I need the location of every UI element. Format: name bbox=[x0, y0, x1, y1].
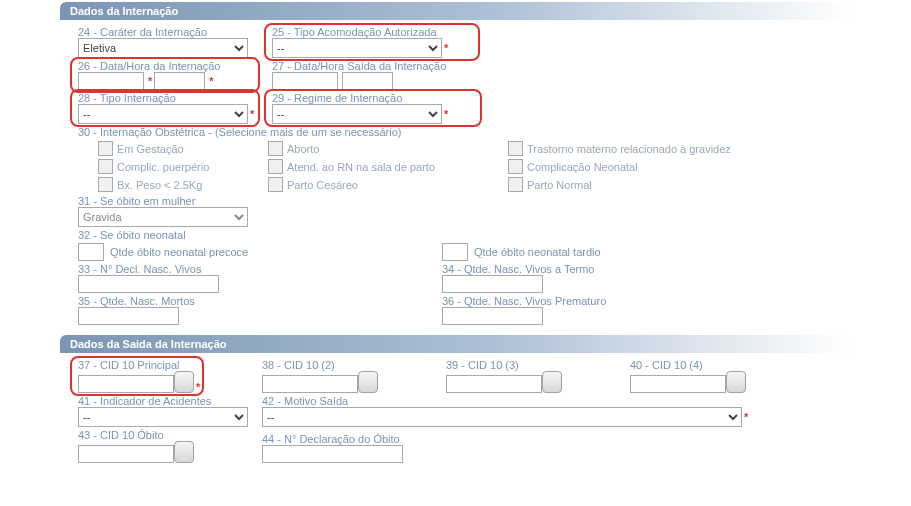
section-title: Dados da Internação bbox=[70, 5, 178, 17]
checkbox-atend-rn[interactable] bbox=[268, 159, 283, 174]
required-marker: * bbox=[194, 381, 200, 393]
checkbox-aborto[interactable] bbox=[268, 141, 283, 156]
label-internacao-obstetrica: 30 - Internação Obstétrica - (Selecione … bbox=[78, 126, 401, 138]
label-regime-internacao: 29 - Regime de Internação bbox=[272, 92, 462, 104]
input-cid-2[interactable] bbox=[262, 375, 358, 393]
button-cid-2[interactable] bbox=[358, 371, 378, 393]
input-cid-3[interactable] bbox=[446, 375, 542, 393]
label-tipo-acomodacao: 25 - Tipo Acomodação Autorizada bbox=[272, 26, 472, 38]
dados-saida-body: 37 - CID 10 Principal * 38 - CID 10 (2) … bbox=[60, 355, 851, 469]
checkbox-trastorno-materno[interactable] bbox=[508, 141, 523, 156]
label-indicador-acidentes: 41 - Indicador de Acidentes bbox=[78, 395, 248, 407]
input-cid-4[interactable] bbox=[630, 375, 726, 393]
select-indicador-acidentes[interactable]: -- bbox=[78, 407, 248, 427]
label-obito-neonatal: 32 - Se óbito neonatal bbox=[78, 229, 186, 241]
label-carater: 24 - Caráter da Internação bbox=[78, 26, 258, 38]
required-marker: * bbox=[248, 108, 254, 120]
input-obito-neonatal-precoce[interactable] bbox=[78, 243, 104, 261]
checkbox-complicacao-neonatal[interactable] bbox=[508, 159, 523, 174]
label-obito-precoce: Qtde óbito neonatal precoce bbox=[110, 246, 248, 258]
section-title: Dados da Saida da Internação bbox=[70, 338, 227, 350]
label-nasc-vivos-termo: 34 - Qtde. Nasc. Vivos a Termo bbox=[442, 263, 594, 275]
select-motivo-saida[interactable]: -- bbox=[262, 407, 742, 427]
label-cid-4: 40 - CID 10 (4) bbox=[630, 359, 800, 371]
label-cid-2: 38 - CID 10 (2) bbox=[262, 359, 432, 371]
label-obito-tardio: Qtde óbito neonatal tardio bbox=[474, 246, 601, 258]
input-cid-obito[interactable] bbox=[78, 445, 174, 463]
label-nasc-prematuro: 36 - Qtde. Nasc. Vivos Prematuro bbox=[442, 295, 606, 307]
label-motivo-saida: 42 - Motivo Saída bbox=[262, 395, 752, 407]
cbx-label: Parto Normal bbox=[527, 179, 592, 191]
input-nasc-prematuro[interactable] bbox=[442, 307, 543, 325]
checkbox-bx-peso[interactable] bbox=[98, 177, 113, 192]
cbx-label: Complicação Neonatal bbox=[527, 161, 638, 173]
input-data-saida-time[interactable] bbox=[342, 72, 393, 90]
label-data-internacao: 26 - Data/Hora da Internação bbox=[78, 60, 258, 72]
input-obito-neonatal-tardio[interactable] bbox=[442, 243, 468, 261]
cbx-label: Trastorno materno relacionado à gravidez bbox=[527, 143, 731, 155]
checkbox-complic-puerperio[interactable] bbox=[98, 159, 113, 174]
label-data-saida: 27 - Data/Hora Saída da Internação bbox=[272, 60, 492, 72]
required-marker: * bbox=[442, 108, 448, 120]
input-data-internacao-time[interactable] bbox=[154, 72, 205, 90]
label-cid-3: 39 - CID 10 (3) bbox=[446, 359, 616, 371]
checkbox-parto-cesareo[interactable] bbox=[268, 177, 283, 192]
select-obito-mulher[interactable]: Gravida bbox=[78, 207, 248, 227]
button-cid-obito[interactable] bbox=[174, 441, 194, 463]
cbx-label: Atend. ao RN na sala de parto bbox=[287, 161, 435, 173]
select-carater-internacao[interactable]: Eletiva bbox=[78, 38, 248, 58]
checkbox-parto-normal[interactable] bbox=[508, 177, 523, 192]
label-decl-nasc-vivos: 33 - N° Decl. Nasc. Vivos bbox=[78, 263, 428, 275]
label-obito-mulher: 31 - Se óbito em mulher bbox=[78, 195, 248, 207]
input-cid-principal[interactable] bbox=[78, 375, 174, 393]
select-tipo-acomodacao[interactable]: -- bbox=[272, 38, 442, 58]
cbx-label: Parto Cesáreo bbox=[287, 179, 358, 191]
button-cid-principal[interactable] bbox=[174, 371, 194, 393]
required-marker: * bbox=[207, 75, 213, 87]
button-cid-4[interactable] bbox=[726, 371, 746, 393]
input-data-internacao-date[interactable] bbox=[78, 72, 144, 90]
cbx-label: Aborto bbox=[287, 143, 319, 155]
cbx-label: Bx. Peso < 2.5Kg bbox=[117, 179, 202, 191]
section-header-internacao: Dados da Internação bbox=[60, 2, 851, 20]
required-marker: * bbox=[442, 42, 448, 54]
cbx-label: Complic. puerpério bbox=[117, 161, 209, 173]
required-marker: * bbox=[742, 411, 748, 423]
checkbox-em-gestacao[interactable] bbox=[98, 141, 113, 156]
required-marker: * bbox=[146, 75, 152, 87]
cbx-label: Em Gestação bbox=[117, 143, 184, 155]
input-data-saida-date[interactable] bbox=[272, 72, 338, 90]
label-cid-principal: 37 - CID 10 Principal bbox=[78, 359, 248, 371]
button-cid-3[interactable] bbox=[542, 371, 562, 393]
select-tipo-internacao[interactable]: -- bbox=[78, 104, 248, 124]
input-nasc-mortos[interactable] bbox=[78, 307, 179, 325]
input-nasc-vivos-termo[interactable] bbox=[442, 275, 543, 293]
label-nasc-mortos: 35 - Qtde. Nasc. Mortos bbox=[78, 295, 428, 307]
select-regime-internacao[interactable]: -- bbox=[272, 104, 442, 124]
section-header-saida: Dados da Saida da Internação bbox=[60, 335, 851, 353]
label-tipo-internacao: 28 - Tipo Internação bbox=[78, 92, 258, 104]
label-cid-obito: 43 - CID 10 Óbito bbox=[78, 429, 248, 441]
label-decl-obito: 44 - N° Declaração do Óbito bbox=[262, 433, 403, 445]
dados-internacao-body: 24 - Caráter da Internação Eletiva 25 - … bbox=[60, 22, 851, 331]
input-decl-obito[interactable] bbox=[262, 445, 403, 463]
input-decl-nasc-vivos[interactable] bbox=[78, 275, 219, 293]
